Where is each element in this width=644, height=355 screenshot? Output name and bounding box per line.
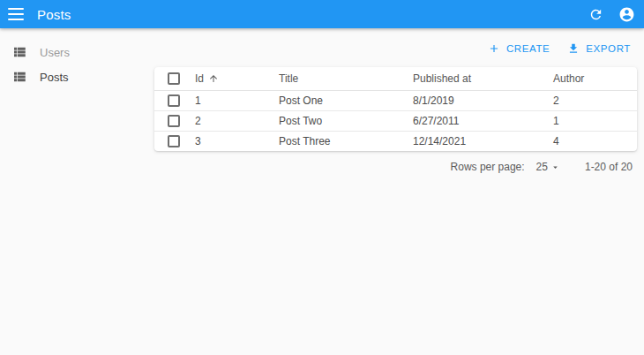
plus-icon xyxy=(488,42,500,55)
select-all-checkbox[interactable] xyxy=(168,72,180,85)
account-circle-icon xyxy=(618,6,635,23)
pagination-range: 1-20 of 20 xyxy=(585,161,633,173)
refresh-icon xyxy=(588,7,603,22)
posts-table: Id Title Published at Author xyxy=(154,67,637,151)
column-label: Published at xyxy=(413,72,471,85)
page-title: Posts xyxy=(37,7,588,22)
row-checkbox[interactable] xyxy=(168,115,180,127)
pagination-toolbar: Rows per page: 25 1-20 of 20 xyxy=(154,151,637,183)
rows-per-page-value: 25 xyxy=(536,161,548,173)
table-row[interactable]: 1 Post One 8/1/2019 2 xyxy=(154,90,637,110)
export-button-label: EXPORT xyxy=(586,43,631,54)
view-list-icon xyxy=(11,44,27,60)
table-row[interactable]: 2 Post Two 6/27/2011 1 xyxy=(154,110,637,131)
app-bar: Posts xyxy=(0,0,644,28)
sidebar-item-label: Users xyxy=(40,46,70,59)
column-label: Author xyxy=(553,72,584,85)
download-icon xyxy=(567,42,580,55)
cell-title: Post Two xyxy=(279,110,413,131)
cell-id: 2 xyxy=(195,110,279,131)
row-checkbox[interactable] xyxy=(168,94,180,107)
row-checkbox[interactable] xyxy=(168,135,180,147)
cell-author: 4 xyxy=(553,131,637,151)
cell-published-at: 12/14/2021 xyxy=(413,131,553,151)
cell-published-at: 6/27/2011 xyxy=(413,110,553,131)
sort-ascending-icon xyxy=(208,73,219,84)
cell-published-at: 8/1/2019 xyxy=(413,90,553,110)
column-label: Id xyxy=(195,72,204,85)
cell-id: 3 xyxy=(195,131,279,151)
column-header-author[interactable]: Author xyxy=(553,67,637,90)
main-content: CREATE EXPORT Id xyxy=(154,28,644,355)
column-label: Title xyxy=(279,72,298,85)
column-header-published-at[interactable]: Published at xyxy=(413,67,553,90)
cell-title: Post Three xyxy=(279,131,413,151)
column-header-id[interactable]: Id xyxy=(195,72,219,85)
datagrid-card: Id Title Published at Author xyxy=(154,67,637,151)
table-header-row: Id Title Published at Author xyxy=(154,67,637,90)
table-row[interactable]: 3 Post Three 12/14/2021 4 xyxy=(154,131,637,151)
sidebar-item-posts[interactable]: Posts xyxy=(0,64,154,89)
export-button[interactable]: EXPORT xyxy=(564,40,634,57)
rows-per-page-label: Rows per page: xyxy=(451,161,525,173)
list-actions-toolbar: CREATE EXPORT xyxy=(154,39,637,58)
caret-down-icon xyxy=(550,162,560,172)
account-button[interactable] xyxy=(618,6,635,23)
cell-id: 1 xyxy=(195,90,279,110)
refresh-button[interactable] xyxy=(588,7,603,22)
cell-author: 2 xyxy=(553,90,637,110)
cell-title: Post One xyxy=(279,90,413,110)
sidebar: Users Posts xyxy=(0,28,154,355)
create-button[interactable]: CREATE xyxy=(484,40,553,57)
sidebar-item-users[interactable]: Users xyxy=(0,40,154,64)
column-header-title[interactable]: Title xyxy=(279,67,413,90)
cell-author: 1 xyxy=(553,110,637,131)
view-list-icon xyxy=(11,69,27,85)
hamburger-icon xyxy=(8,8,24,20)
rows-per-page-select[interactable]: 25 xyxy=(536,161,560,173)
sidebar-item-label: Posts xyxy=(40,71,69,84)
create-button-label: CREATE xyxy=(506,43,550,54)
menu-button[interactable] xyxy=(8,8,24,20)
